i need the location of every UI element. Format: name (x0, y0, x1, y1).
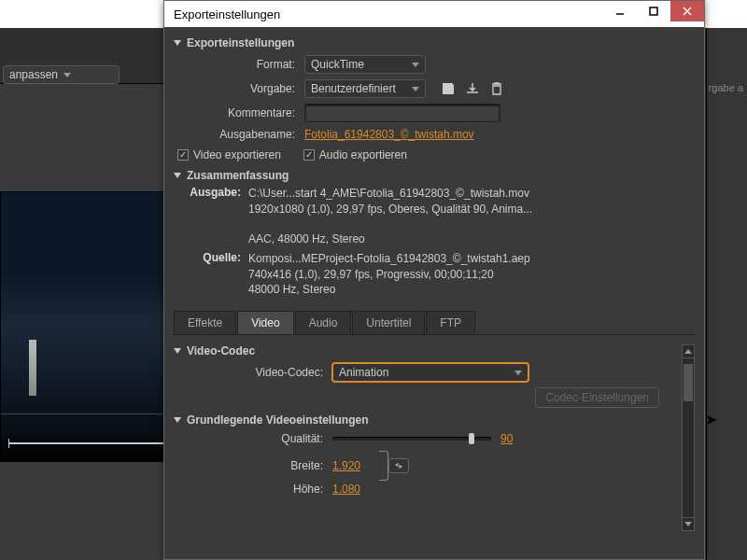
settings-scrollbar[interactable] (682, 344, 695, 531)
export-audio-checkbox[interactable]: Audio exportieren (303, 148, 407, 161)
comments-input[interactable] (304, 104, 500, 122)
tab-untertitel[interactable]: Untertitel (352, 311, 425, 334)
format-value: QuickTime (311, 58, 364, 71)
width-value[interactable]: 1.920 (332, 459, 360, 472)
close-button[interactable] (670, 1, 704, 21)
chevron-down-icon (412, 63, 419, 67)
chevron-down-icon (412, 87, 419, 91)
zoom-select-label: anpassen (9, 68, 58, 81)
quality-slider[interactable] (332, 437, 491, 441)
chevron-down-icon (514, 371, 522, 375)
scroll-down-icon[interactable] (683, 517, 694, 530)
preset-dropdown[interactable]: Benutzerdefiniert (304, 79, 426, 98)
dialog-title: Exporteinstellungen (174, 7, 280, 21)
disclosure-triangle-icon (174, 417, 181, 423)
disclosure-triangle-icon (174, 173, 181, 178)
import-preset-icon[interactable] (465, 81, 480, 96)
output-name-link[interactable]: Fotolia_61942803_©_twistah.mov (304, 128, 474, 141)
export-settings-dialog: Exporteinstellungen Exporteinstellungen … (163, 0, 705, 560)
tab-effekte[interactable]: Effekte (174, 311, 236, 334)
disclosure-triangle-icon (174, 348, 181, 354)
summary-source-label: Quelle: (183, 251, 248, 298)
format-dropdown[interactable]: QuickTime (304, 55, 426, 74)
export-audio-label: Audio exportieren (319, 148, 407, 161)
video-codec-label: Video-Codec: (174, 366, 323, 379)
summary-source-text: Komposi...MEProject-Fotolia_61942803_©_t… (248, 251, 695, 298)
export-video-checkbox[interactable]: Video exportieren (177, 148, 281, 161)
basic-video-header[interactable]: Grundlegende Videoeinstellungen (174, 413, 678, 427)
scrollbar-thumb[interactable] (684, 364, 693, 401)
chevron-down-icon (63, 73, 71, 77)
export-settings-header[interactable]: Exporteinstellungen (174, 36, 695, 49)
export-video-label: Video exportieren (193, 148, 281, 161)
slider-thumb[interactable] (469, 433, 474, 444)
quality-value[interactable]: 90 (500, 432, 513, 445)
settings-tabs: Effekte Video Audio Untertitel FTP (174, 311, 695, 335)
svg-rect-1 (650, 7, 657, 15)
video-codec-section-label: Video-Codec (187, 344, 255, 357)
scroll-up-icon[interactable] (683, 345, 694, 358)
checkbox-checked-icon (177, 149, 189, 161)
format-label: Format: (174, 58, 295, 71)
video-codec-value: Animation (339, 366, 388, 379)
height-value[interactable]: 1.080 (332, 483, 360, 496)
export-settings-label: Exporteinstellungen (187, 36, 294, 49)
preset-value: Benutzerdefiniert (311, 82, 396, 95)
minimize-button[interactable] (603, 1, 637, 21)
save-preset-icon[interactable] (441, 81, 456, 96)
checkbox-checked-icon (303, 149, 315, 161)
height-label: Höhe: (174, 483, 323, 496)
summary-header[interactable]: Zusammenfassung (174, 169, 695, 182)
zoom-select[interactable]: anpassen (3, 65, 120, 84)
comments-label: Kommentare: (174, 106, 295, 119)
delete-preset-icon[interactable] (489, 81, 504, 96)
basic-video-label: Grundlegende Videoeinstellungen (187, 413, 368, 427)
width-label: Breite: (174, 459, 323, 472)
tab-audio[interactable]: Audio (295, 311, 352, 334)
video-codec-dropdown[interactable]: Animation (332, 363, 529, 382)
summary-label: Zusammenfassung (187, 169, 289, 182)
summary-output-label: Ausgabe: (183, 186, 248, 247)
right-panel-sliver (706, 28, 747, 560)
tab-ftp[interactable]: FTP (426, 311, 475, 334)
output-name-label: Ausgabename: (174, 128, 295, 141)
mouse-cursor-icon: ➤ (705, 411, 717, 428)
right-panel-truncated-text: rgabe a (709, 82, 743, 93)
tab-video[interactable]: Video (237, 311, 293, 334)
dialog-titlebar[interactable]: Exporteinstellungen (164, 1, 704, 27)
dimension-bracket-icon (379, 451, 388, 481)
codec-settings-button: Codec-Einstellungen (535, 387, 659, 408)
disclosure-triangle-icon (174, 40, 181, 46)
summary-output-text: C:\User...start 4_AME\Fotolia_61942803_©… (248, 186, 695, 247)
maximize-button[interactable] (637, 1, 670, 21)
preset-label: Vorgabe: (174, 82, 295, 95)
video-codec-header[interactable]: Video-Codec (174, 344, 678, 357)
link-dimensions-button[interactable] (388, 458, 409, 473)
quality-label: Qualität: (174, 432, 323, 445)
